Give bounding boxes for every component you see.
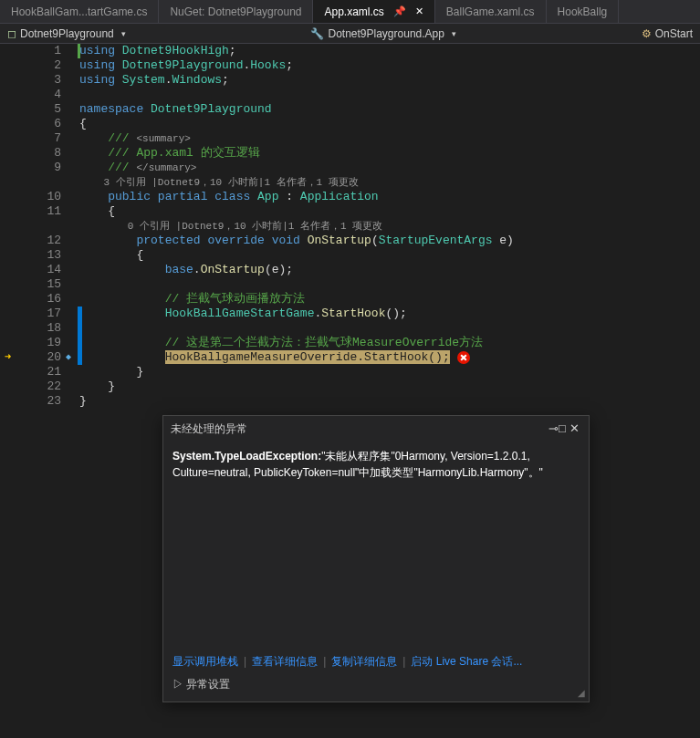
code-line[interactable]: /// </summary>	[79, 161, 700, 175]
exception-popup: 未经处理的异常 ⊸□ ✕ System.TypeLoadException:"未…	[162, 415, 590, 702]
gutter-line: 14	[0, 263, 61, 277]
code-line[interactable]	[79, 277, 700, 292]
gutter-line: 20➜◆	[0, 350, 61, 365]
popup-title: 未经处理的异常	[171, 421, 545, 437]
class-icon: 🔧	[310, 27, 324, 40]
popup-dock-icon[interactable]: ⊸□	[549, 422, 563, 437]
tab-label: BallGame.xaml.cs	[446, 5, 535, 18]
code-line[interactable]: {	[79, 248, 700, 263]
gutter-line: 7−	[0, 131, 61, 146]
gutter-line: 6	[0, 117, 61, 131]
gutter-line: 18	[0, 321, 61, 336]
gutter-line: 22	[0, 379, 61, 394]
link-details[interactable]: 查看详细信息	[252, 655, 318, 668]
popup-links: 显示调用堆栈|查看详细信息|复制详细信息|启动 Live Share 会话...	[172, 654, 580, 670]
gutter-line: 17	[0, 307, 61, 321]
chevron-down-icon: ▾	[121, 29, 126, 38]
code-line[interactable]: 0 个引用 |Dotnet9，10 小时前|1 名作者，1 项更改	[79, 219, 700, 234]
breadcrumb-namespace[interactable]: ◻ Dotnet9Playground ▾	[7, 27, 126, 40]
code-line[interactable]: protected override void OnStartup(Startu…	[79, 234, 700, 248]
change-indicator	[78, 307, 82, 365]
code-line[interactable]: }	[79, 365, 700, 379]
code-line[interactable]: base.OnStartup(e);	[79, 263, 700, 277]
close-icon[interactable]: ✕	[567, 422, 581, 437]
error-stop-icon[interactable]	[457, 351, 470, 364]
link-liveshare[interactable]: 启动 Live Share 会话...	[411, 655, 522, 668]
code-line[interactable]: using Dotnet9Playground.Hooks;	[79, 58, 700, 73]
tab-label: HookBallg	[558, 5, 608, 18]
gutter-line	[0, 175, 61, 190]
gutter-line: 4	[0, 88, 61, 102]
breadcrumb-class[interactable]: 🔧 Dotnet9Playground.App ▾	[310, 27, 455, 40]
code-editor[interactable]: 1−2345−67−8910−1112−1314151617181920➜◆21…	[0, 44, 700, 409]
gutter-line: 10−	[0, 190, 61, 204]
gutter-line: 5−	[0, 102, 61, 117]
code-line[interactable]	[79, 88, 700, 102]
code-line[interactable]: }	[79, 379, 700, 394]
code-line[interactable]: // 这是第二个拦截方法：拦截气球MeasureOverride方法	[79, 336, 700, 350]
gutter-line: 2	[0, 58, 61, 73]
resize-grip-icon[interactable]: ◢	[578, 688, 585, 698]
code-line[interactable]: {	[79, 117, 700, 131]
gutter-line: 13	[0, 248, 61, 263]
gutter-line: 11	[0, 204, 61, 219]
exception-settings-toggle[interactable]: ▷ 异常设置	[172, 677, 580, 692]
exception-type: System.TypeLoadException:	[172, 450, 321, 463]
code-line[interactable]: 3 个引用 |Dotnet9，10 小时前|1 名作者，1 项更改	[79, 175, 700, 190]
tab-label: App.xaml.cs	[324, 5, 383, 18]
gutter-line: 9	[0, 161, 61, 175]
link-copy[interactable]: 复制详细信息	[331, 655, 397, 668]
code-line[interactable]: HookBallGameStartGame.StartHook();	[79, 307, 700, 321]
popup-body: System.TypeLoadException:"未能从程序集"0Harmon…	[163, 442, 589, 649]
code-line[interactable]: // 拦截气球动画播放方法	[79, 292, 700, 307]
link-callstack[interactable]: 显示调用堆栈	[172, 655, 238, 668]
gutter-line: 8	[0, 146, 61, 161]
gutter-line: 12−	[0, 234, 61, 248]
tab-2[interactable]: App.xaml.cs 📌 ✕	[313, 0, 434, 23]
code-line[interactable]: }	[79, 394, 700, 409]
breakpoint-icon[interactable]: ◆	[66, 350, 71, 365]
pin-icon[interactable]: 📌	[393, 5, 406, 17]
code-line[interactable]: namespace Dotnet9Playground	[79, 102, 700, 117]
code-line[interactable]: /// App.xaml 的交互逻辑	[79, 146, 700, 161]
tab-bar: HookBallGam...tartGame.cs NuGet: Dotnet9…	[0, 0, 700, 24]
code-line[interactable]: HookBallgameMeasureOverride.StartHook();	[79, 350, 700, 365]
gutter-line: 21	[0, 365, 61, 379]
namespace-icon: ◻	[7, 27, 16, 40]
gutter-line: 19	[0, 336, 61, 350]
gutter-line	[0, 219, 61, 234]
tab-1[interactable]: NuGet: Dotnet9Playground	[159, 0, 313, 23]
gutter-line: 23	[0, 394, 61, 409]
method-icon: ⚙	[642, 27, 652, 40]
tab-label: NuGet: Dotnet9Playground	[170, 5, 301, 18]
breadcrumb-method[interactable]: ⚙ OnStart	[642, 27, 693, 40]
tab-3[interactable]: BallGame.xaml.cs	[435, 0, 547, 23]
close-icon[interactable]: ✕	[415, 5, 423, 17]
current-line-arrow-icon: ➜	[5, 350, 11, 365]
code-line[interactable]: {	[79, 204, 700, 219]
gutter-line: 16	[0, 292, 61, 307]
tab-4[interactable]: HookBallg	[547, 0, 620, 23]
tab-label: HookBallGam...tartGame.cs	[11, 5, 147, 18]
code-line[interactable]: using Dotnet9HookHigh;	[79, 44, 700, 58]
chevron-down-icon: ▾	[452, 29, 456, 38]
code-line[interactable]	[79, 321, 700, 336]
breadcrumb: ◻ Dotnet9Playground ▾ 🔧 Dotnet9Playgroun…	[0, 24, 700, 44]
code-line[interactable]: /// <summary>	[79, 131, 700, 146]
gutter-line: 15	[0, 277, 61, 292]
saved-change-indicator	[78, 44, 80, 58]
gutter-line: 3	[0, 73, 61, 88]
gutter-line: 1−	[0, 44, 61, 58]
code-line[interactable]: public partial class App : Application	[79, 190, 700, 204]
tab-0[interactable]: HookBallGam...tartGame.cs	[0, 0, 159, 23]
code-line[interactable]: using System.Windows;	[79, 73, 700, 88]
